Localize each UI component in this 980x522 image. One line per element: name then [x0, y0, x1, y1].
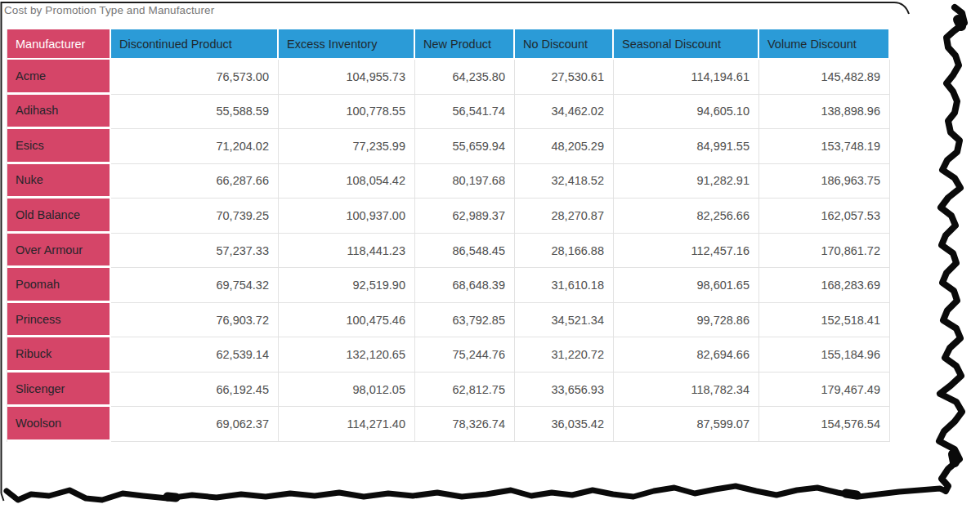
- data-cell[interactable]: 99,728.86: [614, 303, 759, 338]
- column-header-discontinued-product[interactable]: Discontinued Product: [111, 29, 279, 60]
- data-cell[interactable]: 162,057.53: [759, 199, 890, 234]
- data-cell[interactable]: 170,861.72: [759, 234, 890, 269]
- data-cell[interactable]: 80,197.68: [415, 164, 515, 199]
- row-header-ribuck[interactable]: Ribuck: [7, 337, 111, 373]
- data-cell[interactable]: 57,237.33: [111, 234, 279, 269]
- data-cell[interactable]: 63,792.85: [415, 303, 515, 338]
- data-cell[interactable]: 34,462.02: [515, 95, 614, 130]
- data-cell[interactable]: 92,519.90: [279, 268, 415, 303]
- row-header-over-armour[interactable]: Over Armour: [7, 234, 111, 269]
- data-cell[interactable]: 48,205.29: [515, 129, 614, 164]
- data-cell[interactable]: 36,035.42: [515, 407, 614, 442]
- data-cell[interactable]: 62,989.37: [415, 199, 515, 234]
- data-cell[interactable]: 104,955.73: [279, 60, 415, 95]
- data-cell[interactable]: 186,963.75: [759, 164, 890, 199]
- data-cell[interactable]: 28,166.88: [515, 234, 614, 269]
- data-cell[interactable]: 84,991.55: [614, 129, 759, 164]
- data-cell[interactable]: 76,903.72: [111, 303, 279, 338]
- data-cell[interactable]: 179,467.49: [759, 373, 890, 408]
- column-header-seasonal-discount[interactable]: Seasonal Discount: [614, 29, 759, 60]
- data-cell[interactable]: 33,656.93: [515, 373, 614, 408]
- data-cell[interactable]: 66,287.66: [111, 164, 279, 199]
- row-header-poomah[interactable]: Poomah: [7, 268, 111, 303]
- data-cell[interactable]: 94,605.10: [614, 95, 759, 130]
- data-cell[interactable]: 69,062.37: [111, 407, 279, 442]
- data-cell[interactable]: 168,283.69: [759, 268, 890, 303]
- data-cell[interactable]: 98,012.05: [279, 373, 415, 408]
- data-cell[interactable]: 75,244.76: [415, 337, 515, 373]
- tear-blob: [953, 454, 955, 462]
- row-header-woolson[interactable]: Woolson: [7, 407, 111, 442]
- column-header-volume-discount[interactable]: Volume Discount: [759, 29, 890, 60]
- row-header-adihash[interactable]: Adihash: [7, 95, 111, 130]
- data-cell[interactable]: 114,271.40: [279, 407, 415, 442]
- data-cell[interactable]: 118,441.23: [279, 234, 415, 269]
- data-cell[interactable]: 77,235.99: [279, 129, 415, 164]
- data-cell[interactable]: 56,541.74: [415, 95, 515, 130]
- data-cell[interactable]: 27,530.61: [515, 60, 614, 95]
- tear-blob: [168, 497, 176, 497]
- row-header-acme[interactable]: Acme: [7, 60, 111, 95]
- column-header-no-discount[interactable]: No Discount: [515, 29, 614, 60]
- data-cell[interactable]: 76,573.00: [111, 60, 279, 95]
- column-header-new-product[interactable]: New Product: [415, 29, 515, 60]
- data-cell[interactable]: 86,548.45: [415, 234, 515, 269]
- data-cell[interactable]: 32,418.52: [515, 164, 614, 199]
- data-cell[interactable]: 154,576.54: [759, 407, 890, 442]
- row-header-esics[interactable]: Esics: [7, 129, 111, 164]
- tear-blob: [958, 20, 961, 26]
- data-cell[interactable]: 62,539.14: [111, 337, 279, 373]
- data-cell[interactable]: 68,648.39: [415, 268, 515, 303]
- torn-edge-right: [939, 7, 964, 491]
- data-cell[interactable]: 78,326.74: [415, 407, 515, 442]
- data-cell[interactable]: 91,282.91: [614, 164, 759, 199]
- data-cell[interactable]: 155,184.96: [759, 337, 890, 373]
- data-cell[interactable]: 62,812.75: [415, 373, 515, 408]
- data-cell[interactable]: 145,482.89: [759, 60, 890, 95]
- data-cell[interactable]: 31,220.72: [515, 337, 614, 373]
- row-header-slicenger[interactable]: Slicenger: [7, 373, 111, 408]
- data-cell[interactable]: 87,599.07: [614, 407, 759, 442]
- data-cell[interactable]: 100,475.46: [279, 303, 415, 338]
- data-cell[interactable]: 64,235.80: [415, 60, 515, 95]
- data-cell[interactable]: 108,054.42: [279, 164, 415, 199]
- data-cell[interactable]: 138,898.96: [759, 95, 890, 130]
- matrix-table: ManufacturerDiscontinued ProductExcess I…: [7, 29, 890, 442]
- tear-blob: [846, 493, 857, 495]
- data-cell[interactable]: 34,521.34: [515, 303, 614, 338]
- data-cell[interactable]: 66,192.45: [111, 373, 279, 408]
- data-cell[interactable]: 98,601.65: [614, 268, 759, 303]
- data-cell[interactable]: 69,754.32: [111, 268, 279, 303]
- data-cell[interactable]: 114,194.61: [614, 60, 759, 95]
- row-header-princess[interactable]: Princess: [7, 303, 111, 338]
- page-title: Cost by Promotion Type and Manufacturer: [4, 4, 214, 16]
- window-border-foot: [2, 493, 4, 501]
- row-header-old-balance[interactable]: Old Balance: [7, 199, 111, 234]
- data-cell[interactable]: 55,588.59: [111, 95, 279, 130]
- data-cell[interactable]: 31,610.18: [515, 268, 614, 303]
- row-header-nuke[interactable]: Nuke: [7, 164, 111, 199]
- data-cell[interactable]: 100,937.00: [279, 199, 415, 234]
- data-cell[interactable]: 82,694.66: [614, 337, 759, 373]
- torn-edge-bottom: [7, 486, 946, 500]
- data-cell[interactable]: 118,782.34: [614, 373, 759, 408]
- column-header-excess-inventory[interactable]: Excess Inventory: [279, 29, 415, 60]
- data-cell[interactable]: 112,457.16: [614, 234, 759, 269]
- corner-header-manufacturer[interactable]: Manufacturer: [7, 29, 111, 60]
- data-cell[interactable]: 132,120.65: [279, 337, 415, 373]
- data-cell[interactable]: 70,739.25: [111, 199, 279, 234]
- data-cell[interactable]: 71,204.02: [111, 129, 279, 164]
- data-cell[interactable]: 55,659.94: [415, 129, 515, 164]
- data-cell[interactable]: 100,778.55: [279, 95, 415, 130]
- data-cell[interactable]: 152,518.41: [759, 303, 890, 338]
- data-cell[interactable]: 28,270.87: [515, 199, 614, 234]
- data-cell[interactable]: 153,748.19: [759, 129, 890, 164]
- data-cell[interactable]: 82,256.66: [614, 199, 759, 234]
